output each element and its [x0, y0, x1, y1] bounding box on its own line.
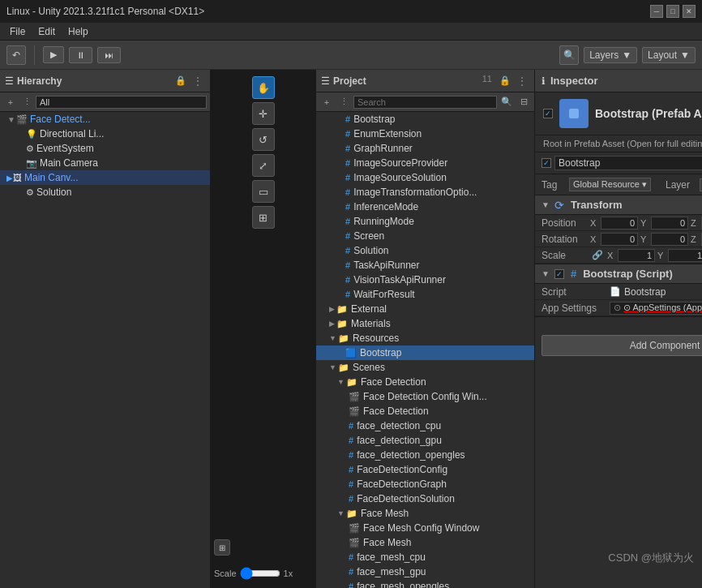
- file-icon: #: [345, 260, 350, 270]
- scale-x-input[interactable]: [618, 249, 655, 262]
- tag-dropdown[interactable]: Global Resource ▾: [569, 178, 651, 191]
- step-button[interactable]: ⏭: [97, 47, 121, 63]
- rotation-y-input[interactable]: [651, 233, 688, 246]
- scale-y-label: Y: [657, 251, 666, 260]
- hierarchy-search-input[interactable]: [36, 96, 207, 109]
- project-lock-button[interactable]: 🔒: [498, 74, 512, 88]
- file-face-detection-solution[interactable]: # FaceDetectionSolution: [316, 491, 534, 506]
- rect-tool-button[interactable]: ▭: [252, 180, 275, 203]
- close-button[interactable]: ✕: [683, 5, 696, 18]
- menu-help[interactable]: Help: [62, 24, 95, 39]
- file-item[interactable]: # TaskApiRunner: [316, 258, 534, 273]
- position-x-input[interactable]: [601, 217, 638, 230]
- rotation-x-input[interactable]: [601, 233, 638, 246]
- gameobj-enabled-checkbox[interactable]: ✓: [541, 158, 551, 168]
- file-face-detection-graph[interactable]: # FaceDetectionGraph: [316, 477, 534, 491]
- transform-tool-button[interactable]: ⊞: [252, 206, 275, 229]
- menu-file[interactable]: File: [3, 24, 32, 39]
- folder-scenes[interactable]: ▼ 📁 Scenes: [316, 360, 534, 375]
- hierarchy-more-button[interactable]: ⋮: [19, 95, 34, 109]
- file-face-detection-cpu[interactable]: # face_detection_cpu: [316, 418, 534, 433]
- folder-materials[interactable]: ▶ 📁 Materials: [316, 316, 534, 331]
- file-icon: #: [349, 450, 353, 460]
- scale-slider[interactable]: [240, 567, 280, 580]
- file-face-detection-gpu[interactable]: # face_detection_gpu: [316, 433, 534, 448]
- maximize-button[interactable]: □: [666, 5, 679, 18]
- hierarchy-scene-item[interactable]: ▼ 🎬 Face Detect...: [0, 112, 210, 127]
- file-item[interactable]: # RunningMode: [316, 214, 534, 229]
- folder-arrow: ▶: [329, 320, 335, 328]
- name-row-left: ✓: [541, 156, 702, 170]
- face-detection-config-scene[interactable]: 🎬 Face Detection Config Win...: [316, 389, 534, 404]
- file-item[interactable]: # WaitForResult: [316, 287, 534, 302]
- face-detection-scene[interactable]: 🎬 Face Detection: [316, 404, 534, 418]
- name-static-row: ✓ Static ▼: [535, 152, 702, 174]
- undo-button[interactable]: ↶: [6, 45, 26, 65]
- folder-resources[interactable]: ▼ 📁 Resources: [316, 331, 534, 346]
- menu-edit[interactable]: Edit: [32, 24, 62, 39]
- file-item[interactable]: # InferenceMode: [316, 200, 534, 214]
- file-item[interactable]: # ImageTransformationOptio...: [316, 185, 534, 200]
- project-menu-button[interactable]: ⋮: [515, 74, 529, 88]
- layout-dropdown[interactable]: Layout ▼: [642, 47, 696, 63]
- position-y-input[interactable]: [651, 217, 688, 230]
- folder-external[interactable]: ▶ 📁 External: [316, 302, 534, 316]
- script-arrow: ▼: [541, 269, 551, 278]
- rotate-tool-button[interactable]: ↺: [252, 128, 275, 151]
- script-enabled-checkbox[interactable]: ✓: [554, 269, 564, 279]
- folder-face-mesh[interactable]: ▼ 📁 Face Mesh: [316, 506, 534, 521]
- hierarchy-add-button[interactable]: +: [3, 95, 18, 109]
- dir-icon: 💡: [26, 129, 37, 139]
- layers-dropdown[interactable]: Layers ▼: [584, 47, 637, 63]
- scale-xyz: 🔗 X Y Z: [590, 249, 702, 262]
- face-mesh-scene[interactable]: 🎬 Face Mesh: [316, 535, 534, 550]
- file-item[interactable]: # GraphRunner: [316, 141, 534, 156]
- project-filter-btn[interactable]: ⊟: [516, 95, 531, 109]
- file-face-mesh-opengles[interactable]: # face_mesh_opengles: [316, 579, 534, 588]
- search-button[interactable]: 🔍: [559, 45, 579, 65]
- project-add-button[interactable]: +: [319, 95, 334, 109]
- hierarchy-item-canvas[interactable]: ▶ 🖼 Main Canv...: [0, 170, 210, 185]
- file-item[interactable]: # EnumExtension: [316, 127, 534, 141]
- file-face-mesh-gpu[interactable]: # face_mesh_gpu: [316, 564, 534, 579]
- file-face-detection-config[interactable]: # FaceDetectionConfig: [316, 462, 534, 477]
- scale-y-input[interactable]: [668, 249, 702, 262]
- file-bootstrap-prefab[interactable]: 🟦 Bootstrap: [316, 346, 534, 360]
- gameobj-name-input[interactable]: [554, 156, 702, 170]
- script-field-row: Script 📄 Bootstrap ⊙: [535, 284, 702, 300]
- hierarchy-menu-button[interactable]: ⋮: [190, 74, 205, 88]
- file-face-detection-opengles[interactable]: # face_detection_opengles: [316, 448, 534, 462]
- minimize-button[interactable]: ─: [650, 5, 663, 18]
- grid-button-container: ⊞: [214, 539, 230, 556]
- scale-tool-button[interactable]: ⤢: [252, 154, 275, 177]
- file-icon: #: [349, 494, 353, 504]
- scale-x-label: X: [607, 251, 615, 260]
- project-more-button[interactable]: ⋮: [336, 95, 351, 109]
- file-item[interactable]: # Screen: [316, 229, 534, 243]
- file-face-mesh-cpu[interactable]: # face_mesh_cpu: [316, 550, 534, 564]
- gameobj-active-checkbox[interactable]: ✓: [543, 109, 553, 118]
- file-item[interactable]: # ImageSourceSolution: [316, 170, 534, 185]
- hierarchy-item-directional[interactable]: 💡 Directional Li...: [0, 127, 210, 141]
- add-component-button[interactable]: Add Component: [541, 335, 702, 356]
- face-mesh-config-window-scene[interactable]: 🎬 Face Mesh Config Window: [316, 521, 534, 535]
- hand-tool-button[interactable]: ✋: [252, 76, 275, 99]
- project-search-btn[interactable]: 🔍: [499, 95, 514, 109]
- folder-face-detection[interactable]: ▼ 📁 Face Detection: [316, 375, 534, 389]
- move-tool-button[interactable]: ✛: [252, 102, 275, 125]
- play-button[interactable]: ▶: [43, 46, 64, 63]
- file-item[interactable]: # Solution: [316, 243, 534, 258]
- file-item[interactable]: # ImageSourceProvider: [316, 156, 534, 170]
- file-item[interactable]: # VisionTaskApiRunner: [316, 273, 534, 287]
- hierarchy-item-camera[interactable]: 📷 Main Camera: [0, 156, 210, 170]
- hierarchy-item-eventsystem[interactable]: ⚙ EventSystem: [0, 141, 210, 156]
- folder-icon: 📁: [338, 333, 349, 344]
- pause-button[interactable]: ⏸: [69, 47, 92, 63]
- hierarchy-item-solution[interactable]: ⚙ Solution: [0, 185, 210, 200]
- project-search-input[interactable]: [353, 96, 497, 109]
- file-item[interactable]: # Bootstrap: [316, 112, 534, 127]
- grid-button[interactable]: ⊞: [214, 539, 230, 556]
- file-icon: #: [345, 275, 350, 285]
- app-settings-field[interactable]: ⊙ ⊙ AppSettings (App Settings) ⊙: [610, 302, 702, 315]
- hierarchy-lock-button[interactable]: 🔒: [173, 74, 188, 88]
